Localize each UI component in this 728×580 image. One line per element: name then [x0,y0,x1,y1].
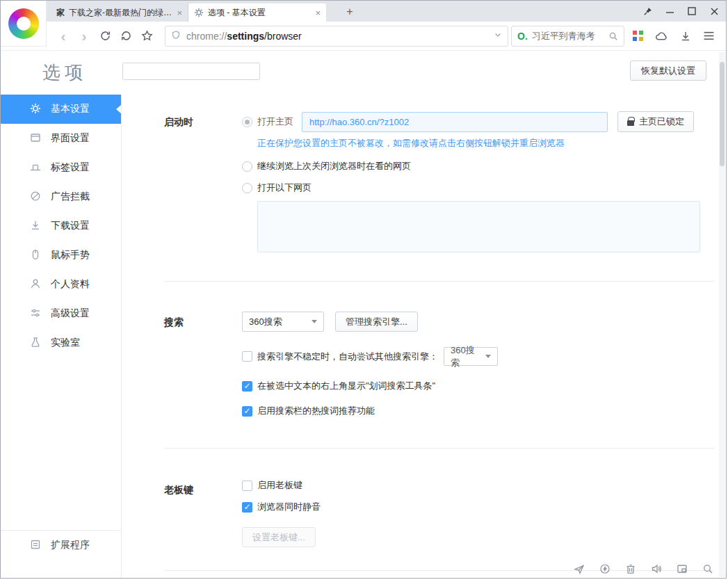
tab-title: 选项 - 基本设置 [208,7,311,19]
favorite-star-icon[interactable] [137,26,156,46]
tab-close-icon[interactable]: × [315,8,321,18]
sliders-icon [30,307,41,321]
url-path: /browser [264,31,302,42]
close-icon[interactable] [706,3,722,19]
restore-defaults-button[interactable]: 恢复默认设置 [630,61,706,81]
speaker-icon[interactable] [651,563,662,574]
browser-window: 家 下载之家-最新最热门的绿色... × 选项 - 基本设置 × + [0,0,727,579]
sidebar-item-interface-settings[interactable]: 界面设置 [1,124,121,153]
search-box[interactable]: O. 习近平到青海考 [511,26,624,47]
address-bar[interactable]: chrome://settings/browser [165,26,508,47]
section-divider [164,448,714,449]
startup-section: 启动时 打开主页 主页已锁定 正在保护您设置的主页不被篡改，如需修改请点击右侧按… [164,111,714,252]
fallback-engine-select[interactable]: 360搜索 [444,347,498,366]
sidebar-item-download-settings[interactable]: 下载设置 [1,211,121,241]
section-title-boss-key: 老板键 [164,479,242,547]
sidebar-item-label: 实验室 [51,337,80,349]
search-section: 搜索 360搜索 管理搜索引擎... 搜索引擎不稳定时，自动尝试其他搜索引擎： … [164,312,714,417]
magnifier-icon[interactable] [608,31,618,41]
navigation-bar: ‹ › chrome://settings/browser O. 习近平到青海考 [1,22,726,51]
speed-mode-icon[interactable] [599,563,610,574]
block-icon [30,191,41,204]
sidebar-item-label: 广告拦截 [51,191,90,203]
browser-logo [1,1,47,47]
checkbox-enable-boss-key[interactable] [242,481,252,491]
minimize-icon[interactable] [662,3,677,19]
checkbox-label-selection-toolbar: 在被选中文本的右上角显示"划词搜索工具条" [257,380,435,392]
manage-engines-button[interactable]: 管理搜索引擎... [335,312,418,332]
sidebar-item-label: 个人资料 [51,278,90,291]
sidebar-item-tab-settings[interactable]: 标签设置 [1,153,121,182]
pin-icon[interactable] [640,3,655,19]
page-scrollbar[interactable] [719,52,725,577]
gear-icon [30,103,41,116]
cloud-sync-icon[interactable] [655,31,668,42]
radio-label-open-pages: 打开以下网页 [257,182,312,194]
favicon-text: 家 [56,7,65,19]
sidebar-item-ad-block[interactable]: 广告拦截 [1,182,121,211]
search-suggestion-text[interactable]: 习近平到青海考 [532,30,608,42]
tab-downza[interactable]: 家 下载之家-最新最热门的绿色... × [51,3,188,22]
checkbox-label-enable-boss-key: 启用老板键 [257,479,302,492]
homepage-protect-hint: 正在保护您设置的主页不被篡改，如需修改请点击右侧按钮解锁并重启浏览器 [257,137,714,150]
tab-bar: 家 下载之家-最新最热门的绿色... × 选项 - 基本设置 × + [1,1,726,22]
sidebar-item-advanced-settings[interactable]: 高级设置 [1,299,121,328]
homepage-url-input[interactable] [302,112,608,132]
flask-icon [30,337,41,350]
chevron-down-icon[interactable] [494,31,502,41]
page-security-icon[interactable] [171,30,181,42]
checkbox-hot-words[interactable] [242,406,252,417]
checkbox-engine-fallback[interactable] [242,351,252,362]
mini-window-icon[interactable] [677,563,688,574]
tab-close-icon[interactable]: × [177,8,182,18]
tab-settings[interactable]: 选项 - 基本设置 × [188,3,326,22]
trash-icon[interactable] [625,563,636,574]
lock-icon [627,120,634,126]
set-boss-key-button[interactable]: 设置老板键... [242,527,316,547]
homepage-lock-button[interactable]: 主页已锁定 [617,111,694,132]
zoom-icon[interactable] [702,563,713,574]
checkbox-selection-toolbar[interactable] [242,381,252,392]
radio-continue-session[interactable] [242,161,252,172]
apps-grid-icon[interactable] [633,31,643,41]
checkbox-label-engine-fallback: 搜索引擎不稳定时，自动尝试其他搜索引擎： [257,351,438,363]
sidebar-item-extensions[interactable]: 扩展程序 [1,531,121,560]
sidebar-item-label: 界面设置 [51,132,90,145]
boss-key-section: 老板键 启用老板键 浏览器同时静音 设置老板键... [164,479,714,547]
settings-search-input[interactable] [122,63,260,80]
sidebar-item-lab[interactable]: 实验室 [1,328,121,357]
sidebar-item-profile[interactable]: 个人资料 [1,270,121,299]
lock-button-label: 主页已锁定 [639,115,684,128]
sidebar-item-basic-settings[interactable]: 基本设置 [1,95,121,124]
radio-open-pages[interactable] [242,183,252,193]
sidebar-item-mouse-gestures[interactable]: 鼠标手势 [1,241,121,270]
startup-pages-list-box[interactable] [257,201,700,252]
window-icon [30,132,41,145]
tab-icon [30,161,41,175]
new-tab-button[interactable]: + [341,5,358,19]
maximize-icon[interactable] [684,3,699,19]
forward-icon[interactable]: › [74,26,94,46]
undo-icon[interactable] [116,26,136,46]
default-engine-value: 360搜索 [249,316,282,328]
checkbox-mute-browser[interactable] [242,502,252,513]
sidebar-item-label: 鼠标手势 [51,249,90,261]
scrollbar-thumb[interactable] [720,62,725,166]
default-engine-select[interactable]: 360搜索 [242,312,324,332]
refresh-icon[interactable] [95,26,115,46]
plane-icon[interactable] [574,563,585,574]
url-text[interactable]: chrome://settings/browser [186,31,494,42]
download-manager-icon[interactable] [680,31,691,42]
sidebar-item-label: 下载设置 [51,220,90,232]
checkbox-label-mute-browser: 浏览器同时静音 [257,501,321,513]
sidebar-item-label: 基本设置 [51,103,90,115]
sidebar-item-label: 扩展程序 [51,539,90,551]
menu-icon[interactable] [703,31,715,41]
radio-open-homepage[interactable] [242,117,252,127]
download-icon [30,220,41,233]
back-icon[interactable]: ‹ [54,26,73,46]
360-logo-icon [8,8,39,39]
mouse-icon [30,249,41,262]
section-divider [164,281,714,282]
settings-sidebar: 基本设置 界面设置 标签设置 广告拦截 下载设置 鼠标手势 个人资料 高级设置 [1,95,122,578]
